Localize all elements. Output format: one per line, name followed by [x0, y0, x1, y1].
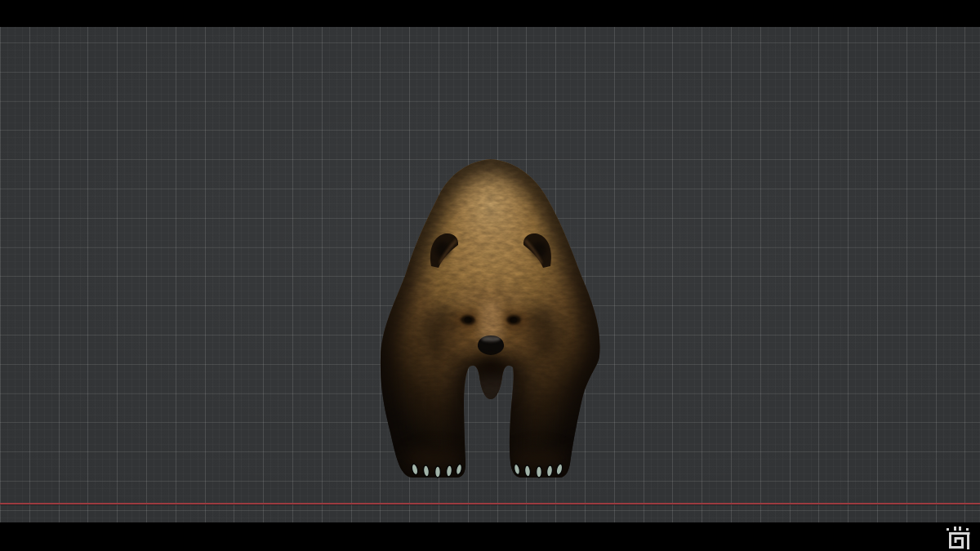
app-window	[0, 0, 980, 551]
bear-model[interactable]	[359, 153, 621, 483]
letterbox-top-bar	[0, 0, 980, 27]
letterbox-bottom-bar	[0, 522, 980, 551]
bear-forehead	[453, 229, 528, 287]
bear-body	[381, 159, 600, 478]
maker-logo-icon	[944, 527, 972, 549]
ground-x-axis-line	[0, 503, 980, 504]
